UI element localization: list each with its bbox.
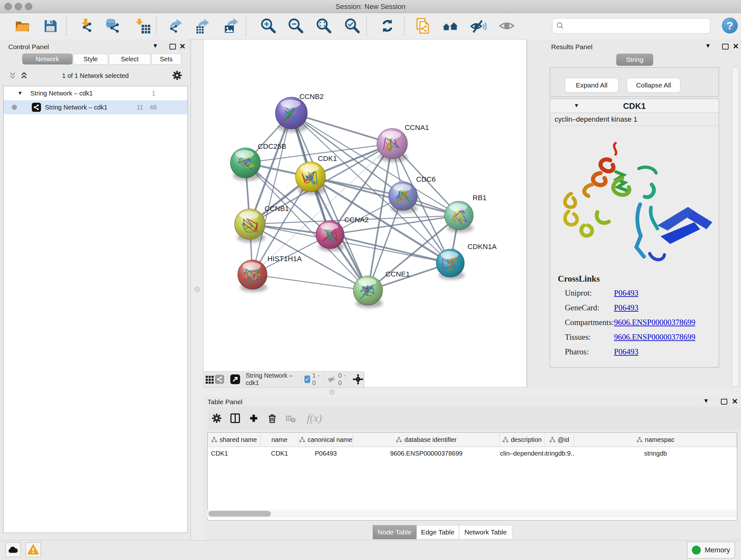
scrollbar-thumb[interactable] [208,511,271,516]
bottom-splitter-handle[interactable] [330,389,335,395]
search-input[interactable] [565,22,704,30]
memory-button[interactable]: Memory [687,542,735,558]
save-session-icon[interactable] [42,17,59,35]
crosslinks-title: CrossLinks [558,274,600,284]
panel-menu-icon[interactable]: ▾ [706,43,710,49]
node-CCNB1[interactable] [234,209,265,240]
tab-sets[interactable]: Sets [151,54,181,64]
panel-menu-icon[interactable]: ▾ [153,43,157,49]
column-header-database-identifier[interactable]: database identifier [353,433,500,447]
left-splitter-handle[interactable] [195,287,200,292]
crosslink-link[interactable]: P06493 [614,303,638,312]
function-builder-icon[interactable]: f(x) [307,412,322,424]
crosslink-link[interactable]: P06493 [614,348,638,356]
network-collection-row[interactable]: ▼ String Network – cdk1 1 [3,86,187,100]
open-session-icon[interactable] [13,17,31,35]
clone-network-icon[interactable] [414,17,432,35]
tab-network[interactable]: Network [22,54,72,64]
gear-icon[interactable] [172,71,182,80]
tab-style[interactable]: Style [73,54,108,64]
string-home-icon[interactable] [441,17,459,35]
table-cell: 9606.ENSP00000378699 [353,447,500,460]
gene-description: cyclin–dependent kinase 1 [550,113,719,126]
toolbar-separator [156,16,157,36]
help-button[interactable]: ? [722,17,738,34]
table-panel: Table Panel ▾ ✕ f(x) shared namenamecano… [203,396,741,540]
panel-float-icon[interactable] [722,44,729,50]
import-network-icon[interactable] [77,17,95,35]
table-cell: cyclin–dependent ... [500,447,544,460]
tab-edge-table[interactable]: Edge Table [416,525,459,539]
node-RB1[interactable] [445,201,473,230]
tab-node-table[interactable]: Node Table [373,525,416,539]
node-CDC6[interactable] [389,182,417,210]
tab-network-table[interactable]: Network Table [459,525,512,539]
panel-menu-icon[interactable]: ▾ [704,397,708,404]
add-column-icon[interactable] [245,409,263,428]
collapse-all-button[interactable]: Collapse All [627,78,680,92]
column-header-description[interactable]: description [500,433,544,447]
panel-close-icon[interactable]: ✕ [733,42,739,51]
show-columns-icon[interactable] [226,409,245,428]
zoom-selected-icon[interactable] [343,17,361,35]
network-view-canvas[interactable]: CCNB2CCNA1CDC25BCDK1CDC6RB1CCNB1CCNA2CDK… [203,39,527,387]
export-network-icon[interactable] [167,17,185,35]
crosslink-link[interactable]: P06493 [614,289,638,298]
delete-column-icon[interactable] [263,409,281,428]
collapse-arrow-icon[interactable]: ▼ [17,90,23,96]
node-CDC25B[interactable] [230,148,260,178]
cloud-button[interactable] [5,543,21,557]
panel-float-icon[interactable] [721,399,727,405]
column-header-shared-name[interactable]: shared name [208,433,260,447]
node-HIST1H1A[interactable] [238,260,267,289]
node-CCNA1[interactable] [377,128,408,159]
node-CDK1[interactable] [295,162,326,192]
panel-close-icon[interactable]: ✕ [732,397,738,406]
crosslink-link[interactable]: 9606.ENSP00000378699 [614,333,695,341]
node-CDKN1A[interactable] [436,249,464,277]
memory-label: Memory [704,546,730,554]
column-header-namespac[interactable]: namespac [574,433,737,447]
crosslink-link[interactable]: 9606.ENSP00000378699 [614,318,695,327]
grid-view-icon[interactable] [205,370,215,388]
control-panel-title: Control Panel [8,43,49,51]
results-panel-title: Results Panel [551,43,593,51]
hide-panel-icon[interactable] [469,17,487,35]
tab-select[interactable]: Select [109,54,151,64]
network-row[interactable]: String Network – cdk1 11 48 [3,100,187,114]
gear-icon[interactable] [207,409,226,428]
network-edge-count: 48 [150,104,157,111]
column-header-canonical-name[interactable]: canonical name [299,433,353,447]
import-table-icon[interactable] [134,17,151,35]
import-database-icon[interactable] [105,17,122,35]
column-header--id[interactable]: @id [544,433,574,447]
crosshair-icon[interactable] [353,374,363,385]
column-header-name[interactable]: name [260,433,299,447]
zoom-out-icon[interactable] [286,17,305,35]
selected-checkbox[interactable]: ✓ [305,375,311,383]
table-horizontal-scrollbar[interactable] [207,510,737,517]
results-scrollbar[interactable] [732,67,739,387]
node-CCNA2[interactable] [316,221,344,249]
panel-close-icon[interactable]: ✕ [179,42,185,51]
refresh-icon[interactable] [379,17,396,35]
delete-table-icon[interactable] [281,409,300,428]
edge-CCNE1-HIST1H1A [253,274,368,291]
table-row[interactable]: CDK1CDK1P064939606.ENSP00000378699cyclin… [208,447,737,460]
zoom-in-icon[interactable] [259,17,277,35]
show-panel-icon[interactable] [498,17,516,35]
expand-all-button[interactable]: Expand All [565,78,618,92]
gene-entry-header[interactable]: ▼ CDK1 [550,99,719,113]
panel-float-icon[interactable] [170,44,176,50]
node-CCNE1[interactable] [353,276,383,305]
node-CCNB2[interactable] [275,97,307,129]
export-table-icon[interactable] [194,17,212,35]
tab-string[interactable]: String [616,54,653,66]
export-image-icon[interactable] [223,17,241,35]
table-cell: P06493 [299,447,353,460]
zoom-fit-icon[interactable] [315,17,333,35]
warning-button[interactable] [25,543,41,557]
network-status-dot [12,105,17,110]
birdseye-view-icon[interactable] [230,370,240,388]
string-badge-icon[interactable] [215,370,225,388]
